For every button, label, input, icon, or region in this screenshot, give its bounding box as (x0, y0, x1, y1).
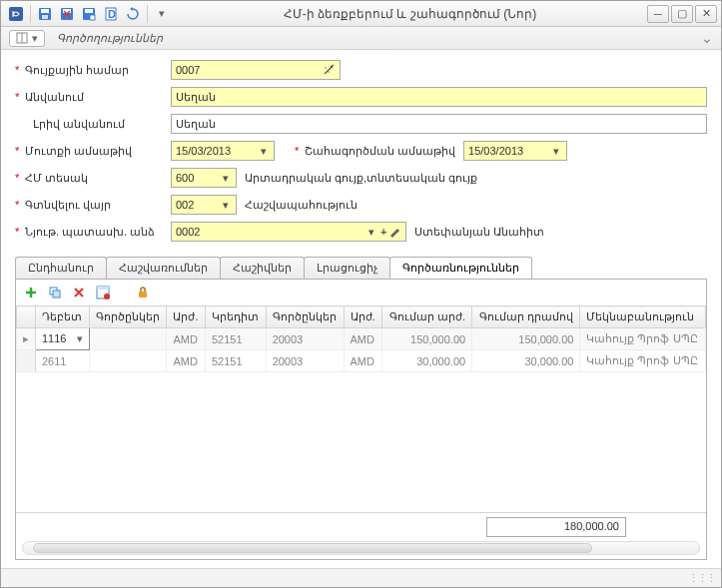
col-amount-cur[interactable]: Գումար արժ. (381, 306, 471, 328)
book-icon (16, 32, 28, 44)
svg-text:D: D (108, 8, 116, 20)
type-desc: Արտադրական գույք,տնտեսական գույք (245, 172, 477, 185)
close-button[interactable]: ✕ (695, 5, 717, 23)
window-title: ՀՄ-ի ձեռքբերում և շահագործում (Նոր) (173, 7, 647, 21)
responsible-desc: Ստեփանյան Անահիտ (414, 226, 544, 239)
responsible-field[interactable]: ▾ + (171, 222, 406, 242)
table-cell[interactable]: 52151 (205, 328, 266, 350)
table-cell[interactable]: 2611 (36, 350, 90, 372)
grid-settings-icon[interactable] (94, 284, 112, 301)
inventory-field[interactable] (171, 60, 341, 80)
col-amount-dram[interactable]: Գումար դրամով (472, 306, 580, 328)
document-icon[interactable]: D (101, 4, 121, 24)
resize-grip-icon[interactable]: ⋮⋮⋮ (688, 572, 715, 585)
chevron-down-icon[interactable]: ▾ (221, 172, 232, 185)
svg-rect-2 (41, 9, 49, 13)
table-cell[interactable]: ▸ (17, 328, 36, 350)
col-credit[interactable]: Կրեդիտ (205, 306, 266, 328)
col-comment[interactable]: Մեկնաբանություն (580, 306, 706, 328)
minimize-button[interactable]: ─ (647, 5, 669, 23)
svg-point-19 (104, 294, 110, 299)
location-input[interactable] (176, 196, 221, 214)
inventory-label: Գույքային համար (15, 64, 171, 77)
entry-date-field[interactable]: ▾ (171, 141, 275, 161)
name-input[interactable] (176, 88, 702, 106)
svg-rect-16 (53, 291, 60, 297)
tab-general[interactable]: Ընդհանուր (15, 257, 107, 279)
save-new-icon[interactable] (79, 4, 99, 24)
col-debit[interactable]: Դեբետ (36, 306, 90, 328)
table-cell[interactable]: AMD (344, 350, 381, 372)
chevron-down-icon[interactable]: ▾ (221, 199, 232, 212)
tab-accounting[interactable]: Հաշվառումներ (106, 257, 221, 279)
wand-icon[interactable] (323, 64, 336, 76)
location-field[interactable]: ▾ (171, 195, 237, 215)
copy-row-icon[interactable] (46, 284, 64, 301)
svg-rect-8 (90, 15, 95, 20)
fullname-field[interactable] (171, 114, 707, 134)
table-cell[interactable]: 150,000.00 (381, 328, 471, 350)
inventory-input[interactable] (176, 61, 323, 79)
tab-operations[interactable]: Գործառնություններ (389, 257, 532, 279)
tab-additional[interactable]: Լրացուցիչ (304, 257, 390, 279)
name-label: Անվանում (15, 91, 171, 104)
table-cell[interactable]: 150,000.00 (472, 328, 580, 350)
table-cell[interactable]: Կահույք Պրոֆ ՍՊԸ (580, 328, 706, 350)
toolbar-overflow-icon[interactable]: ▾ (152, 4, 172, 24)
add-row-icon[interactable] (22, 284, 40, 301)
exploit-date-input[interactable] (468, 142, 550, 160)
col-partners1[interactable]: Գործընկեր (89, 306, 167, 328)
plus-icon[interactable]: + (377, 226, 389, 238)
subtoolbar: ▾ Գործողություններ ⌄ (1, 27, 721, 50)
table-cell[interactable]: 20003 (266, 350, 344, 372)
table-cell[interactable]: AMD (167, 328, 205, 350)
app-logo-icon[interactable] (6, 4, 26, 24)
table-cell[interactable]: 30,000.00 (381, 350, 471, 372)
table-cell[interactable]: 52151 (205, 350, 266, 372)
data-grid[interactable]: Դեբետ Գործընկեր Արժ. Կրեդիտ Գործընկեր Ար… (16, 305, 706, 512)
scrollbar-thumb[interactable] (33, 543, 592, 553)
col-cur2[interactable]: Արժ. (344, 306, 381, 328)
col-cur1[interactable]: Արժ. (167, 306, 205, 328)
type-input[interactable] (176, 169, 221, 187)
grid-panel: Դեբետ Գործընկեր Արժ. Կրեդիտ Գործընկեր Ար… (15, 279, 707, 560)
responsible-input[interactable] (176, 223, 366, 241)
svg-point-14 (328, 71, 329, 72)
maximize-button[interactable]: ▢ (671, 5, 693, 23)
edit-icon[interactable] (389, 227, 401, 238)
table-row[interactable]: 2611AMD5215120003AMD30,000.0030,000.00Կա… (17, 350, 706, 372)
table-cell[interactable]: 20003 (266, 328, 344, 350)
table-cell[interactable]: 30,000.00 (472, 350, 580, 372)
table-cell[interactable]: AMD (167, 350, 205, 372)
table-cell[interactable] (89, 350, 167, 372)
grid-toolbar (16, 280, 706, 305)
table-cell[interactable]: AMD (344, 328, 381, 350)
tab-accounts[interactable]: Հաշիվներ (220, 257, 305, 279)
lock-icon[interactable] (134, 284, 152, 301)
name-field[interactable] (171, 87, 707, 107)
titlebar: D ▾ ՀՄ-ի ձեռքբերում և շահագործում (Նոր) … (1, 1, 721, 27)
horizontal-scrollbar[interactable] (22, 541, 700, 555)
save-icon[interactable] (35, 4, 55, 24)
statusbar: ⋮⋮⋮ (1, 568, 721, 587)
delete-row-icon[interactable] (70, 284, 88, 301)
table-cell[interactable] (89, 328, 167, 350)
section-label: Գործողություններ (57, 32, 163, 45)
table-cell[interactable] (17, 350, 36, 372)
table-row[interactable]: ▸1116 ▾AMD5215120003AMD150,000.00150,000… (17, 328, 706, 350)
exploit-date-field[interactable]: ▾ (463, 141, 567, 161)
entry-date-input[interactable] (176, 142, 258, 160)
chevron-down-icon[interactable]: ▾ (258, 145, 270, 158)
refresh-icon[interactable] (123, 4, 143, 24)
chevron-down-icon[interactable]: ▾ (550, 145, 562, 158)
collapse-icon[interactable]: ⌄ (701, 30, 713, 46)
chevron-down-icon[interactable]: ▾ (366, 226, 378, 239)
chevron-down-icon[interactable]: ▾ (77, 332, 83, 345)
view-mode-button[interactable]: ▾ (9, 30, 45, 47)
table-cell[interactable]: Կահույք Պրոֆ ՍՊԸ (580, 350, 706, 372)
table-cell[interactable]: 1116 ▾ (36, 328, 90, 350)
fullname-input[interactable] (176, 115, 702, 133)
col-partners2[interactable]: Գործընկեր (266, 306, 344, 328)
save-close-icon[interactable] (57, 4, 77, 24)
type-field[interactable]: ▾ (171, 168, 237, 188)
